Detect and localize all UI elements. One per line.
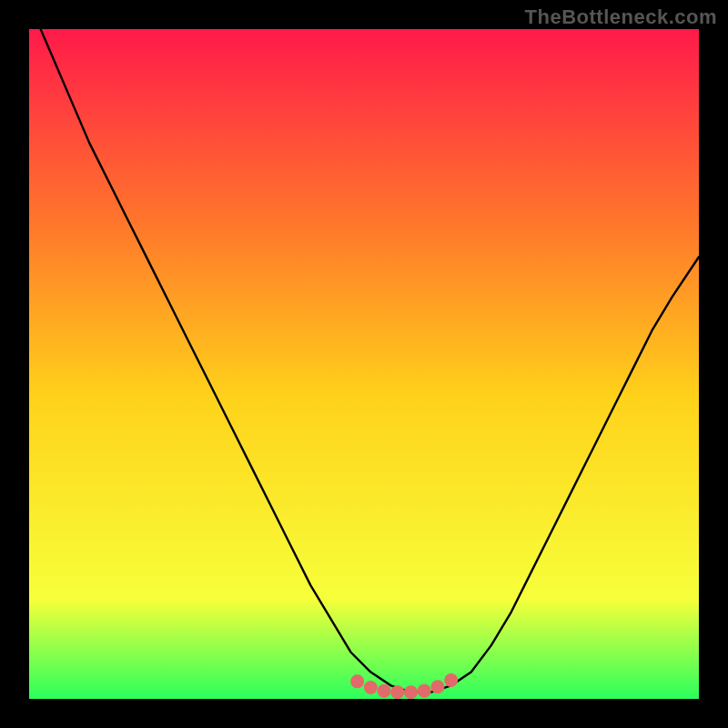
marker-dot [432, 682, 443, 693]
marker-dot [352, 676, 363, 687]
gradient-background [29, 29, 699, 699]
marker-dot [365, 682, 376, 693]
chart-svg [29, 29, 699, 699]
watermark-text: TheBottleneck.com [525, 5, 717, 29]
chart-frame: TheBottleneck.com [0, 0, 728, 728]
plot-area [29, 29, 699, 699]
marker-dot [419, 685, 430, 696]
marker-dot [446, 674, 457, 685]
marker-dot [392, 687, 403, 698]
marker-dot [379, 685, 389, 696]
marker-dot [406, 687, 417, 698]
